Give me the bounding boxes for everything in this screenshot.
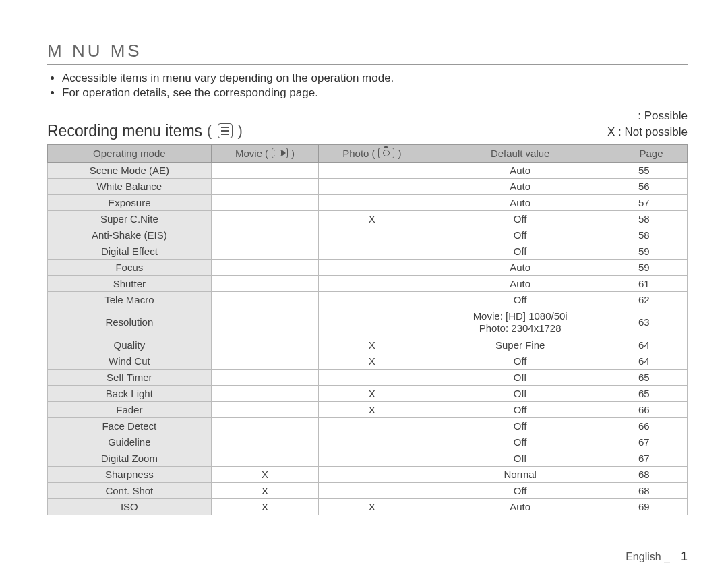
cell-movie: X [211, 498, 319, 515]
cell-name: Anti-Shake (EIS) [48, 227, 212, 243]
cell-name: Shutter [48, 275, 212, 291]
cell-page: 59 [615, 243, 687, 259]
cell-name: Exposure [48, 194, 212, 210]
cell-name: Cont. Shot [48, 482, 212, 498]
cell-name: Digital Effect [48, 243, 212, 259]
col-movie: Movie ( ) [211, 144, 319, 162]
movie-icon [272, 148, 288, 158]
cell-photo [319, 369, 425, 385]
table-row: GuidelineOff67 [48, 434, 688, 450]
bullet-item: Accessible items in menu vary depending … [62, 71, 688, 85]
cell-photo [319, 194, 425, 210]
cell-movie [211, 243, 319, 259]
cell-photo [319, 259, 425, 275]
table-row: FocusAuto59 [48, 259, 688, 275]
cell-name: White Balance [48, 178, 212, 194]
paren-open: ( [265, 148, 268, 159]
cell-default: Normal [425, 466, 615, 482]
paren-close: ) [237, 122, 242, 140]
cell-movie [211, 434, 319, 450]
cell-name: Quality [48, 337, 212, 353]
cell-photo [319, 450, 425, 466]
cell-default: Off [425, 482, 615, 498]
table-row: Digital ZoomOff67 [48, 450, 688, 466]
cell-photo: X [319, 498, 425, 515]
cell-movie [211, 178, 319, 194]
cell-movie [211, 162, 319, 178]
cell-default: Off [425, 353, 615, 369]
cell-page: 58 [615, 227, 687, 243]
cell-page: 69 [615, 498, 687, 515]
col-photo: Photo ( ) [319, 144, 425, 162]
cell-page: 64 [615, 337, 687, 353]
col-operating-mode: Operating mode [48, 144, 212, 162]
cell-photo [319, 275, 425, 291]
cell-default: Off [425, 227, 615, 243]
cell-movie [211, 353, 319, 369]
cell-default: Off [425, 291, 615, 308]
paren-close: ) [398, 148, 401, 159]
cell-movie [211, 337, 319, 353]
col-movie-label: Movie [235, 148, 262, 159]
cell-photo: X [319, 385, 425, 401]
cell-photo [319, 227, 425, 243]
cell-default: Auto [425, 178, 615, 194]
cell-photo [319, 434, 425, 450]
col-mode-label: Operating mode [93, 148, 166, 159]
legend-not-possible: X : Not possible [607, 124, 688, 140]
table-row: Anti-Shake (EIS)Off58 [48, 227, 688, 243]
paren-close: ) [291, 148, 295, 159]
cell-photo [319, 466, 425, 482]
cell-default: Auto [425, 275, 615, 291]
photo-icon [378, 148, 394, 158]
cell-movie: X [211, 482, 319, 498]
cell-photo: X [319, 337, 425, 353]
cell-movie [211, 291, 319, 308]
cell-name: Resolution [48, 308, 212, 337]
cell-default: Off [425, 210, 615, 227]
cell-default: Off [425, 401, 615, 417]
cell-default: Off [425, 369, 615, 385]
cell-movie [211, 227, 319, 243]
legend-possible: : Possible [607, 108, 688, 124]
cell-default: Off [425, 243, 615, 259]
cell-name: Tele Macro [48, 291, 212, 308]
legend: : Possible X : Not possible [607, 108, 688, 140]
cell-movie [211, 385, 319, 401]
cell-name: Wind Cut [48, 353, 212, 369]
cell-movie [211, 417, 319, 434]
cell-page: 68 [615, 482, 687, 498]
cell-movie [211, 210, 319, 227]
table-row: Scene Mode (AE)Auto55 [48, 162, 688, 178]
cell-photo: X [319, 401, 425, 417]
cell-name: ISO [48, 498, 212, 515]
table-row: FaderXOff66 [48, 401, 688, 417]
cell-default: Off [425, 450, 615, 466]
cell-photo: X [319, 353, 425, 369]
table-row: Digital EffectOff59 [48, 243, 688, 259]
cell-default: Auto [425, 194, 615, 210]
table-row: Back LightXOff65 [48, 385, 688, 401]
cell-page: 62 [615, 291, 687, 308]
paren-open: ( [371, 148, 375, 159]
cell-name: Focus [48, 259, 212, 275]
table-row: ExposureAuto57 [48, 194, 688, 210]
cell-movie [211, 450, 319, 466]
cell-name: Super C.Nite [48, 210, 212, 227]
cell-name: Back Light [48, 385, 212, 401]
cell-default: Off [425, 417, 615, 434]
cell-default: Movie: [HD] 1080/50iPhoto: 2304x1728 [425, 308, 615, 337]
cell-default: Auto [425, 162, 615, 178]
cell-page: 68 [615, 466, 687, 482]
subheading-text: Recording menu items [47, 122, 202, 140]
table-row: Face DetectOff66 [48, 417, 688, 434]
table-row: Wind CutXOff64 [48, 353, 688, 369]
cell-page: 59 [615, 259, 687, 275]
cell-page: 64 [615, 353, 687, 369]
cell-default: Off [425, 434, 615, 450]
cell-page: 63 [615, 308, 687, 337]
menu-table: Operating mode Movie ( ) Photo ( ) [47, 144, 688, 515]
cell-name: Digital Zoom [48, 450, 212, 466]
legend-np-text: : Not possible [618, 125, 688, 138]
legend-x: X [607, 125, 615, 138]
